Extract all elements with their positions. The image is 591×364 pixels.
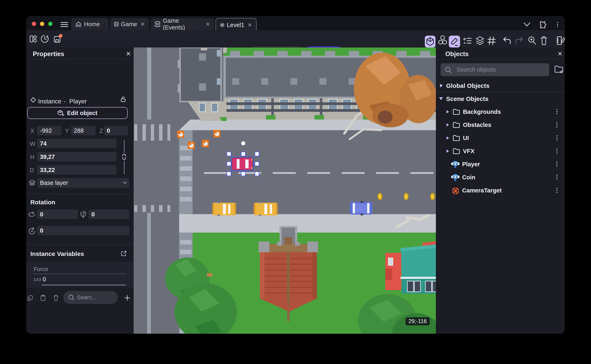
tab-home[interactable]: Home <box>71 18 109 30</box>
variable-value[interactable]: 0 <box>43 276 46 283</box>
instances-list-button[interactable] <box>463 36 472 46</box>
app-window: Home Game ✕ Game (Events) ✕ <box>26 16 565 334</box>
car-blue[interactable] <box>350 201 372 215</box>
tab-level1[interactable]: Level1 ✕ <box>216 18 257 32</box>
row-menu-button[interactable] <box>556 134 558 142</box>
open-variables-icon[interactable] <box>121 251 127 256</box>
y-field[interactable]: 288 <box>71 126 95 135</box>
scene-objects-group[interactable]: Scene Objects <box>446 95 489 102</box>
rotate-y-icon <box>80 210 86 219</box>
events-sheet-icon <box>155 21 160 27</box>
tab-game-events[interactable]: Game (Events) ✕ <box>151 18 214 30</box>
separator: - <box>64 98 66 105</box>
car-yellow-2[interactable] <box>254 202 278 216</box>
chevron-down-icon <box>123 182 127 184</box>
trash-icon <box>540 36 547 45</box>
x-field[interactable]: -992 <box>37 126 61 135</box>
collapse-toolbar-button[interactable] <box>523 22 531 27</box>
variables-search[interactable]: Searc... <box>63 291 118 304</box>
add-folder-icon[interactable] <box>554 65 564 74</box>
tab-label: Game <box>121 21 137 28</box>
row-menu-button[interactable] <box>556 147 558 155</box>
rotation-handle[interactable] <box>241 141 245 145</box>
variable-row[interactable]: Force 123 0 <box>26 262 133 287</box>
building-fragment <box>201 47 207 50</box>
rotation-y-field[interactable]: 0 <box>88 210 129 219</box>
row-menu-button[interactable] <box>556 187 558 194</box>
w-field[interactable]: 74 <box>37 139 117 148</box>
instances-cubes-icon <box>438 35 447 46</box>
layers-panel-button[interactable] <box>476 36 484 46</box>
link-proportions-icon[interactable] <box>121 154 127 160</box>
redo-button[interactable] <box>515 36 523 45</box>
building-fragment <box>223 47 227 53</box>
row-menu-button[interactable] <box>556 174 558 181</box>
toolbar: Preview Share <box>26 30 565 47</box>
objects-search-placeholder: Search objects <box>457 66 496 73</box>
main-menu-button[interactable] <box>60 22 68 27</box>
home-icon <box>75 21 82 27</box>
tab-close-icon[interactable]: ✕ <box>247 22 252 28</box>
edit-object-button[interactable]: 3D Edit object <box>27 107 128 119</box>
redo-icon <box>515 36 523 45</box>
version-history-button[interactable] <box>40 35 49 43</box>
minimize-window-button[interactable] <box>40 22 44 26</box>
scene-canvas[interactable]: 29;-116 <box>134 47 436 334</box>
car-yellow-1[interactable] <box>212 202 236 216</box>
window-menu-button[interactable] <box>557 21 558 28</box>
d-field[interactable]: 33,22 <box>37 165 117 175</box>
paste-icon[interactable] <box>40 295 46 301</box>
scene-icon <box>220 22 224 28</box>
copy-icon[interactable] <box>27 295 33 301</box>
road-lane-strip <box>147 47 151 120</box>
zoom-window-button[interactable] <box>48 22 53 26</box>
edit-scene-button[interactable] <box>449 36 460 47</box>
folder-icon <box>453 135 460 141</box>
tab-game[interactable]: Game ✕ <box>110 18 149 30</box>
delete-button[interactable] <box>540 36 547 45</box>
edit-scene-properties-button[interactable] <box>556 36 565 45</box>
z-field[interactable]: 0 <box>104 126 128 135</box>
camera-target-icon <box>452 187 460 195</box>
search-icon <box>445 66 452 73</box>
close-properties-icon[interactable]: ✕ <box>126 50 131 57</box>
rename-icon <box>556 36 565 45</box>
toggle-3d-view-button[interactable] <box>425 36 435 47</box>
grid-button[interactable] <box>487 36 496 45</box>
extensions-button[interactable] <box>538 20 546 29</box>
rotation-z-field[interactable]: 0 <box>37 226 129 235</box>
global-objects-group[interactable]: Global Objects <box>446 82 490 89</box>
row-menu-button[interactable] <box>556 108 558 115</box>
row-menu-button[interactable] <box>556 161 558 168</box>
expand-global-objects-caret[interactable] <box>440 84 443 87</box>
zoom-button[interactable] <box>528 36 536 45</box>
y-label: Y <box>65 128 69 134</box>
zoom-in-icon <box>528 36 536 45</box>
layer-select[interactable]: Base layer <box>37 178 129 188</box>
tab-close-icon[interactable]: ✕ <box>140 21 145 27</box>
undo-button[interactable] <box>503 36 511 45</box>
close-objects-icon[interactable]: ✕ <box>558 50 563 57</box>
collapse-scene-objects-caret[interactable] <box>439 97 443 100</box>
link-line <box>124 161 124 174</box>
tab-close-icon[interactable]: ✕ <box>206 21 210 27</box>
unlock-icon[interactable] <box>120 96 126 102</box>
h-field[interactable]: 39,27 <box>37 152 117 162</box>
road-dashed-line <box>204 172 433 174</box>
rotation-x-field[interactable]: 0 <box>37 210 78 219</box>
chevron-down-icon <box>523 22 531 27</box>
instance-type-label: Instance <box>38 98 61 105</box>
save-project-button[interactable] <box>53 36 61 43</box>
edit-object-label: Edit object <box>67 110 97 117</box>
edit-objects-button[interactable] <box>438 35 447 46</box>
open-project-manager-button[interactable] <box>29 35 37 43</box>
variable-name-underline <box>33 273 126 274</box>
row-menu-button[interactable] <box>556 121 558 128</box>
objects-search[interactable]: Search objects <box>441 63 549 76</box>
cursor-coordinates-badge: 29;-116 <box>405 317 430 325</box>
unsaved-changes-dot <box>59 34 62 38</box>
close-window-button[interactable] <box>32 22 36 26</box>
add-variable-icon[interactable] <box>124 295 130 301</box>
link-line <box>124 140 124 153</box>
trash-icon[interactable] <box>53 295 58 301</box>
